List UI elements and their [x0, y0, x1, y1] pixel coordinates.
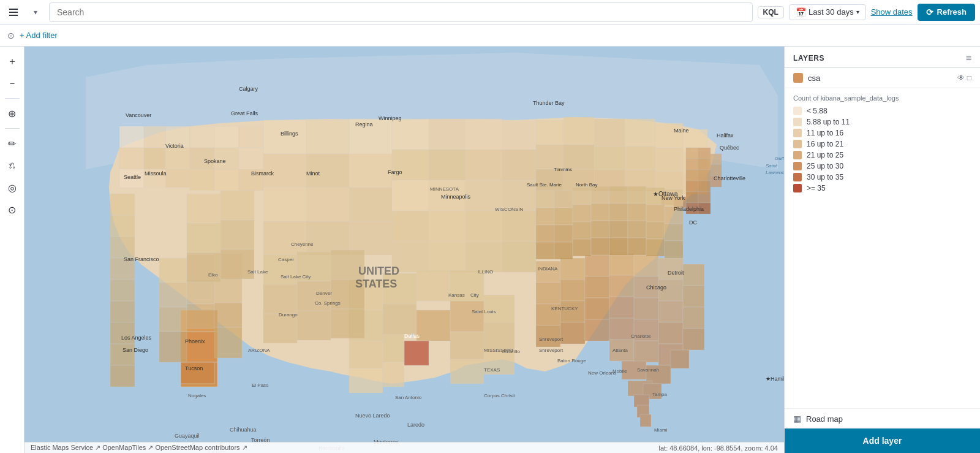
legend-swatch — [793, 184, 802, 192]
svg-text:Minot: Minot — [306, 170, 320, 177]
legend-title: Count of kibana_sample_data_logs — [793, 94, 971, 102]
svg-rect-53 — [594, 119, 625, 147]
svg-rect-195 — [297, 311, 331, 340]
svg-text:Co. Springs: Co. Springs — [315, 300, 341, 306]
kql-badge[interactable]: KQL — [758, 6, 784, 18]
svg-text:MISSISSIPPI: MISSISSIPPI — [484, 348, 513, 353]
svg-text:Saint: Saint — [766, 163, 777, 169]
show-dates-button[interactable]: Show dates — [871, 7, 913, 17]
svg-text:Halifax: Halifax — [717, 132, 734, 139]
tools-button[interactable]: ⊙ — [2, 200, 22, 219]
svg-rect-80 — [686, 192, 698, 203]
svg-text:Los Angeles: Los Angeles — [121, 335, 152, 341]
layer-edit-button[interactable]: □ — [967, 74, 971, 82]
time-picker[interactable]: 📅 Last 30 days ▾ — [789, 4, 866, 20]
svg-rect-156 — [628, 204, 646, 221]
svg-rect-126 — [560, 322, 585, 344]
svg-text:INDIANA: INDIANA — [538, 266, 558, 272]
time-range-label: Last 30 days — [809, 7, 854, 17]
draw-button[interactable]: ✏ — [2, 134, 22, 153]
svg-rect-123 — [658, 301, 683, 322]
svg-rect-107 — [609, 254, 634, 275]
layers-menu-button[interactable]: ≡ — [966, 53, 971, 64]
select-button[interactable]: ⎌ — [2, 156, 22, 175]
svg-text:ARIZONA: ARIZONA — [248, 348, 270, 353]
svg-rect-97 — [450, 332, 484, 359]
svg-text:Charlotteville: Charlotteville — [714, 175, 745, 181]
svg-rect-35 — [392, 150, 429, 180]
layer-item-csa: csa 👁 □ — [785, 68, 980, 88]
svg-rect-88 — [417, 270, 450, 301]
layer-name: csa — [808, 74, 952, 83]
svg-rect-174 — [665, 241, 683, 258]
svg-rect-96 — [383, 335, 404, 362]
svg-text:Minneapolis: Minneapolis — [441, 194, 471, 200]
svg-rect-38 — [502, 150, 536, 180]
svg-text:San Francisco: San Francisco — [124, 256, 159, 262]
svg-text:Denver: Denver — [316, 291, 332, 296]
svg-rect-104 — [536, 261, 560, 283]
toolbar-divider — [5, 98, 20, 99]
svg-rect-170 — [591, 238, 609, 255]
compass-button[interactable]: ⊕ — [2, 104, 22, 123]
svg-rect-72 — [686, 159, 698, 170]
svg-text:Tampa: Tampa — [652, 392, 668, 397]
map-container[interactable]: UNITED STATES Seattle San Francisco Los … — [24, 47, 784, 453]
menu-button[interactable] — [5, 4, 22, 21]
legend-items: < 5.88 5.88 up to 11 11 up to 16 16 up t… — [793, 107, 971, 192]
svg-text:Sault Ste. Marie: Sault Ste. Marie — [527, 182, 562, 188]
add-layer-button[interactable]: Add layer — [785, 428, 980, 453]
svg-rect-131 — [683, 329, 704, 350]
svg-text:★Ottawa: ★Ottawa — [653, 191, 678, 197]
svg-rect-94 — [450, 301, 484, 332]
svg-rect-95 — [349, 341, 383, 368]
coordinates: lat: 48.66084, lon: -98.8554, zoom: 4.04 — [659, 444, 778, 452]
add-filter-button[interactable]: + Add filter — [20, 31, 58, 40]
layer-visibility-button[interactable]: 👁 — [957, 74, 965, 82]
svg-text:Great Falls: Great Falls — [231, 110, 258, 116]
svg-rect-181 — [110, 237, 135, 258]
legend-swatch — [793, 129, 802, 137]
svg-text:Salt Lake: Salt Lake — [247, 269, 268, 275]
svg-rect-91 — [383, 304, 417, 335]
svg-text:Nogales: Nogales — [188, 393, 206, 398]
svg-rect-111 — [536, 283, 560, 304]
layer-button[interactable]: ◎ — [2, 178, 22, 197]
legend-swatch — [793, 151, 802, 159]
svg-rect-51 — [536, 120, 564, 145]
add-filter-label: + Add filter — [20, 31, 58, 40]
svg-rect-167 — [536, 242, 554, 259]
svg-rect-10 — [190, 126, 214, 148]
svg-text:Charlotte: Charlotte — [631, 333, 651, 339]
svg-text:Tucson: Tucson — [185, 365, 203, 371]
svg-rect-54 — [625, 119, 655, 147]
filterbar: ⊙ + Add filter — [0, 25, 980, 47]
svg-rect-179 — [110, 194, 135, 215]
svg-rect-114 — [609, 275, 634, 297]
svg-rect-130 — [658, 322, 683, 344]
filter-options-button[interactable]: ⊙ — [7, 31, 15, 40]
legend-label: 25 up to 30 — [807, 162, 843, 170]
svg-text:Chihuahua: Chihuahua — [230, 427, 257, 433]
svg-text:Corpus Christi: Corpus Christi — [484, 393, 515, 398]
svg-rect-32 — [429, 119, 466, 150]
svg-rect-49 — [466, 242, 502, 272]
left-toolbar: ＋ － ⊕ ✏ ⎌ ◎ ⊙ — [0, 47, 24, 453]
expand-button[interactable]: ▾ — [27, 4, 44, 21]
zoom-in-button[interactable]: ＋ — [2, 51, 22, 71]
layer-icons: 👁 □ — [957, 74, 971, 82]
svg-rect-46 — [502, 211, 536, 242]
bottom-bar: Elastic Maps Service ↗ OpenMapTiles ↗ Op… — [24, 442, 784, 453]
svg-rect-102 — [484, 322, 514, 350]
legend-item: 21 up to 25 — [793, 151, 971, 159]
search-input[interactable] — [49, 2, 753, 22]
svg-text:Shreveport: Shreveport — [539, 348, 564, 353]
layers-header: LAYERS ≡ — [785, 47, 980, 68]
svg-rect-146 — [591, 186, 609, 204]
refresh-button[interactable]: ⟳ Refresh — [918, 4, 975, 21]
svg-rect-43 — [392, 211, 429, 242]
svg-rect-108 — [634, 255, 658, 276]
svg-rect-157 — [646, 205, 665, 222]
svg-rect-26 — [306, 188, 349, 221]
zoom-out-button[interactable]: － — [2, 74, 22, 93]
